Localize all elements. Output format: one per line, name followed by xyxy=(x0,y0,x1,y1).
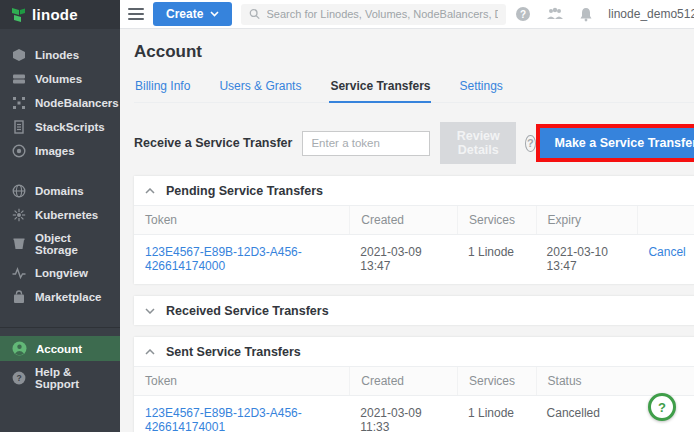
column-header-token: Token xyxy=(134,367,349,395)
services-cell: 1 Linode xyxy=(457,396,536,432)
volumes-icon xyxy=(12,72,26,86)
received-transfers-card: Received Service Transfers xyxy=(134,296,694,325)
search-box xyxy=(241,4,506,25)
sidebar-item-longview[interactable]: Longview xyxy=(0,261,120,285)
section-title: Received Service Transfers xyxy=(166,304,329,318)
table-row: 123E4567-E89B-12D3-A456-426614174000 202… xyxy=(134,235,694,284)
tab-service-transfers[interactable]: Service Transfers xyxy=(329,73,431,103)
sidebar-item-help-support[interactable]: ? Help & Support xyxy=(0,361,120,395)
tab-billing-info[interactable]: Billing Info xyxy=(134,73,191,102)
svg-text:?: ? xyxy=(16,373,21,383)
chevron-up-icon xyxy=(145,349,155,355)
help-circle-icon: ? xyxy=(12,371,26,385)
created-cell: 2021-03-09 11:33 xyxy=(349,396,457,432)
receive-transfer-row: Receive a Service Transfer Review Detail… xyxy=(134,122,694,164)
receive-transfer-label: Receive a Service Transfer xyxy=(134,136,292,150)
token-link[interactable]: 123E4567-E89B-12D3-A456-426614174001 xyxy=(134,396,349,432)
object-storage-bucket-icon xyxy=(12,237,26,251)
sidebar-item-marketplace[interactable]: Marketplace xyxy=(0,285,120,309)
username[interactable]: linode_demo512 xyxy=(608,7,694,21)
pending-table-header: Token Created Services Expiry xyxy=(134,205,694,235)
chevron-down-icon xyxy=(145,308,155,314)
sidebar-item-stackscripts[interactable]: StackScripts xyxy=(0,115,120,139)
column-header-services: Services xyxy=(457,367,536,395)
notifications-bell-icon[interactable] xyxy=(579,7,593,22)
search-icon xyxy=(249,8,260,20)
domains-globe-icon xyxy=(12,184,26,198)
column-header-token: Token xyxy=(134,206,349,234)
pending-transfers-toggle[interactable]: Pending Service Transfers xyxy=(134,176,694,205)
menu-icon[interactable] xyxy=(128,8,144,20)
linode-logo-icon xyxy=(11,7,26,23)
sidebar: Linodes Volumes NodeBalancers StackScrip… xyxy=(0,29,120,432)
tab-settings[interactable]: Settings xyxy=(458,73,503,102)
linode-logo[interactable]: linode xyxy=(0,0,120,29)
sidebar-item-nodebalancers[interactable]: NodeBalancers xyxy=(0,91,120,115)
longview-pulse-icon xyxy=(12,266,26,280)
annotation-highlight: Make a Service Transfer xyxy=(536,124,694,162)
sent-transfers-toggle[interactable]: Sent Service Transfers xyxy=(134,337,694,366)
sidebar-item-images[interactable]: Images xyxy=(0,139,120,163)
column-header-status: Status xyxy=(536,367,694,395)
table-row: 123E4567-E89B-12D3-A456-426614174001 202… xyxy=(134,396,694,432)
page-title: Account xyxy=(134,42,694,62)
review-details-button[interactable]: Review Details xyxy=(440,122,516,164)
tab-bar: Billing Info Users & Grants Service Tran… xyxy=(134,73,694,103)
sidebar-item-linodes[interactable]: Linodes xyxy=(0,43,120,67)
receive-help-icon[interactable]: ? xyxy=(525,135,536,152)
column-header-created: Created xyxy=(349,206,457,234)
help-icon[interactable]: ? xyxy=(515,6,531,22)
cancel-link[interactable]: Cancel xyxy=(637,235,694,284)
svg-text:?: ? xyxy=(520,9,526,20)
sidebar-item-volumes[interactable]: Volumes xyxy=(0,67,120,91)
column-header-created: Created xyxy=(349,367,457,395)
make-service-transfer-button[interactable]: Make a Service Transfer xyxy=(540,128,694,158)
top-bar-right: Create ? linode_demo512 xyxy=(120,0,694,29)
sidebar-item-domains[interactable]: Domains xyxy=(0,179,120,203)
column-header-expiry: Expiry xyxy=(536,206,638,234)
top-icon-cluster: ? linode_demo512 xyxy=(515,4,694,24)
kubernetes-icon xyxy=(12,208,26,222)
sidebar-item-kubernetes[interactable]: Kubernetes xyxy=(0,203,120,227)
linodes-cube-icon xyxy=(12,48,26,62)
column-header-services: Services xyxy=(457,206,536,234)
create-button[interactable]: Create xyxy=(153,2,232,26)
expiry-cell: 2021-03-10 13:47 xyxy=(536,235,638,284)
chevron-down-icon xyxy=(210,11,219,17)
top-bar: linode Create ? xyxy=(0,0,694,29)
search-input[interactable] xyxy=(267,8,499,20)
sidebar-item-object-storage[interactable]: Object Storage xyxy=(0,227,120,261)
pending-transfers-card: Pending Service Transfers Token Created … xyxy=(134,176,694,284)
sent-table-header: Token Created Services Status xyxy=(134,366,694,396)
logo-text: linode xyxy=(32,6,78,23)
nodebalancers-icon xyxy=(12,96,26,110)
section-title: Sent Service Transfers xyxy=(166,345,301,359)
chevron-up-icon xyxy=(145,188,155,194)
created-cell: 2021-03-09 13:47 xyxy=(349,235,457,284)
token-link[interactable]: 123E4567-E89B-12D3-A456-426614174000 xyxy=(134,235,349,284)
main-content: Account Billing Info Users & Grants Serv… xyxy=(120,29,694,432)
help-fab-button[interactable]: ? xyxy=(648,393,676,421)
account-person-icon xyxy=(12,341,27,356)
stackscripts-icon xyxy=(12,120,26,134)
marketplace-bag-icon xyxy=(12,290,26,304)
token-input[interactable] xyxy=(302,131,430,156)
received-transfers-toggle[interactable]: Received Service Transfers xyxy=(134,296,694,325)
sent-transfers-card: Sent Service Transfers Token Created Ser… xyxy=(134,337,694,432)
column-header-actions xyxy=(637,206,694,234)
section-title: Pending Service Transfers xyxy=(166,184,323,198)
tab-users-grants[interactable]: Users & Grants xyxy=(218,73,302,102)
community-icon[interactable] xyxy=(546,7,564,21)
services-cell: 1 Linode xyxy=(457,235,536,284)
sidebar-item-account[interactable]: Account xyxy=(0,336,120,361)
images-icon xyxy=(12,144,26,158)
